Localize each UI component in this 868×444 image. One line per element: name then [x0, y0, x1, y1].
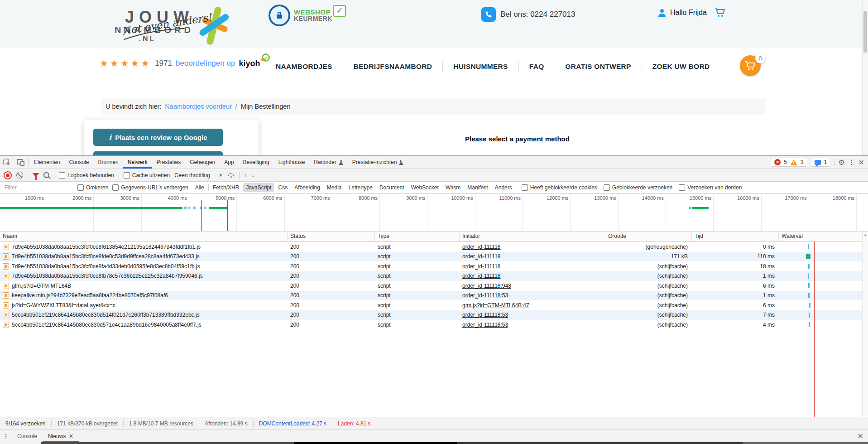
devtools-tab-console[interactable]: Console — [64, 156, 93, 169]
devtools-tab-geheugen[interactable]: Geheugen — [185, 156, 220, 169]
table-scrollbar[interactable]: ▲ — [862, 232, 868, 417]
record-network-log-icon[interactable] — [4, 171, 12, 179]
table-row[interactable]: js?id=G-WYWZXLTT83&l=dataLayer&cx=c200sc… — [0, 300, 868, 310]
request-name[interactable]: gtm.js?id=GTM-MTL64B — [0, 281, 288, 291]
devtools-tab-elementen[interactable]: Elementen — [29, 156, 64, 169]
initiator-link[interactable]: order_id-111118:948 — [462, 283, 511, 289]
filter-chip-css[interactable]: Css — [275, 183, 290, 192]
issues-badge-group[interactable]: ✕ 5 3 — [771, 158, 807, 167]
account-greeting[interactable]: Hallo Frijda — [657, 8, 707, 17]
request-name[interactable]: 5ecc4bb501ef219c864145b80ec830d514f021d7… — [0, 310, 288, 320]
settings-gear-icon[interactable]: ⚙ — [838, 158, 844, 167]
table-row[interactable]: 5ecc4bb501ef219c864145b80ec830d514f021d7… — [0, 310, 868, 320]
initiator-link[interactable]: order_id-111118 — [462, 244, 501, 250]
inspect-element-icon[interactable] — [0, 156, 14, 169]
network-conditions-icon[interactable] — [227, 173, 235, 178]
export-har-icon[interactable]: ↓ — [251, 171, 254, 178]
preserve-log-checkbox[interactable] — [59, 172, 65, 179]
initiator-link[interactable]: order_id-111118:53 — [462, 312, 508, 318]
hide-data-urls-option[interactable]: Gegevens-URL's verbergen — [112, 184, 188, 191]
column-header-naam[interactable]: Naam — [0, 232, 288, 241]
column-header-initiator[interactable]: Initiator — [460, 232, 605, 241]
table-row[interactable]: keepalive.min.js?94b7329e7ead5aa8faa224b… — [0, 291, 868, 301]
request-name[interactable]: 7d9e4b551038da0b8aa15bc3fcf0ce8fde0c53d9… — [0, 252, 288, 262]
menu-item-gratis-ontwerp[interactable]: GRATIS ONTWERP — [555, 61, 642, 72]
filter-chip-lettertype[interactable]: Lettertype — [346, 183, 375, 192]
drawer-tab-nieuws[interactable]: Nieuws ✕ — [43, 430, 79, 442]
invert-filter-option[interactable]: Omkeren — [77, 184, 108, 191]
devtools-tab-prestatie-inzichten[interactable]: Prestatie-inzichten — [348, 156, 408, 169]
request-name[interactable]: keepalive.min.js?94b7329e7ead5aa8faa224b… — [0, 291, 288, 301]
request-name[interactable]: 7d9e4b551038da0b8aa15bc3fcf0ce8f613854e2… — [0, 242, 288, 252]
column-header-grootte[interactable]: Grootte — [605, 232, 692, 241]
devtools-tab-recorder[interactable]: Recorder — [309, 156, 347, 169]
table-row[interactable]: 7d9e4b551038da0b8aa15bc3fcf0ce8fde0c53d9… — [0, 252, 868, 262]
filter-funnel-icon[interactable] — [33, 173, 39, 177]
filter-check-geblokkeerde-verzoeken[interactable]: Geblokkeerde verzoeken — [604, 184, 672, 191]
table-row[interactable]: 5ecc4bb501ef219c864145b80ec830d571e4c1aa… — [0, 320, 868, 330]
filter-check-verzoeken-van-derden[interactable]: Verzoeken van derden — [679, 184, 742, 191]
breadcrumb-link[interactable]: Naambordjes voordeur — [165, 103, 232, 110]
filter-chip-wasm[interactable]: Wasm — [443, 183, 464, 192]
hide-data-urls-checkbox[interactable] — [112, 184, 119, 191]
drawer-close-icon[interactable]: ✕ — [858, 430, 868, 442]
devtools-tab-lighthouse[interactable]: Lighthouse — [274, 156, 310, 169]
devtools-tab-beveiliging[interactable]: Beveiliging — [239, 156, 274, 169]
request-name[interactable]: 5ecc4bb501ef219c864145b80ec830d571e4c1aa… — [0, 320, 288, 330]
initiator-link[interactable]: order_id-111118:53 — [462, 322, 508, 328]
search-icon[interactable] — [43, 172, 49, 178]
menu-item-naambordjes[interactable]: NAAMBORDJES — [265, 61, 343, 72]
devtools-tab-app[interactable]: App — [220, 156, 238, 169]
import-har-icon[interactable]: ↑ — [244, 171, 247, 178]
menu-item-zoek-uw-bord[interactable]: ZOEK UW BORD — [642, 61, 720, 72]
filter-chip-javascript[interactable]: JavaScript — [243, 183, 274, 192]
devtools-tab-netwerk[interactable]: Netwerk — [123, 156, 152, 169]
column-header-waterval[interactable]: Waterval — [779, 232, 868, 241]
filter-check-heeft-geblokkeerde-cookies[interactable]: Heeft geblokkeerde cookies — [522, 184, 597, 191]
clear-network-log-icon[interactable] — [16, 172, 23, 179]
request-name[interactable]: js?id=G-WYWZXLTT83&l=dataLayer&cx=c — [0, 300, 288, 310]
phone-contact[interactable]: Bel ons: 0224 227013 — [481, 7, 575, 22]
throttling-select[interactable]: Geen throttling ▼ — [174, 172, 223, 179]
page-scrollbar-thumb[interactable] — [863, 11, 867, 53]
column-header-type[interactable]: Type — [375, 232, 460, 241]
filter-chip-media[interactable]: Media — [324, 183, 345, 192]
filter-chip-alle[interactable]: Alle — [192, 183, 207, 192]
checkbox[interactable] — [679, 184, 685, 191]
initiator-link[interactable]: order_id-111118 — [462, 273, 501, 279]
webshop-keurmerk-badge[interactable]: WEBSHOP KEURMERK ✓ — [269, 5, 346, 26]
initiator-link[interactable]: order_id-111118:53 — [462, 292, 508, 299]
filter-chip-websocket[interactable]: WebSocket — [408, 183, 441, 192]
invert-checkbox[interactable] — [77, 184, 84, 191]
filter-chip-manifest[interactable]: Manifest — [465, 183, 490, 192]
checkbox[interactable] — [604, 184, 610, 191]
devtools-tab-prestaties[interactable]: Prestaties — [152, 156, 185, 169]
close-icon[interactable]: ✕ — [68, 433, 73, 439]
devtools-tab-bronnen[interactable]: Bronnen — [93, 156, 123, 169]
review-popup-second-button[interactable] — [93, 151, 223, 155]
filter-chip-afbeelding[interactable]: Afbeelding — [292, 183, 323, 192]
menu-item-bedrijfsnaambord[interactable]: BEDRIJFSNAAMBORD — [343, 61, 443, 72]
filter-chip-document[interactable]: Document — [377, 183, 407, 192]
devtools-close-icon[interactable]: ✕ — [858, 158, 864, 167]
menu-item-faq[interactable]: FAQ — [518, 61, 555, 72]
initiator-link[interactable]: order_id-111118 — [462, 263, 501, 270]
disable-cache-option[interactable]: Cache uitzetten — [124, 172, 170, 179]
table-row[interactable]: 7d9e4b551038da0b8aa15bc3fcf0ce8f613854e2… — [0, 242, 868, 252]
checkbox[interactable] — [522, 184, 528, 191]
filter-chip-fetch-xhr[interactable]: Fetch/XHR — [210, 183, 242, 192]
more-options-icon[interactable]: ⋮ — [849, 159, 855, 166]
device-toolbar-icon[interactable] — [14, 156, 27, 169]
reviews-summary[interactable]: ★★★★★ 1971 beoordelingen op kiyoh ✓ — [100, 58, 269, 69]
menu-item-huisnummers[interactable]: HUISNUMMERS — [442, 61, 518, 72]
preserve-log-option[interactable]: Logboek behouden — [59, 172, 114, 179]
filter-chip-anders[interactable]: Anders — [492, 183, 515, 192]
header-cart-icon[interactable] — [715, 7, 725, 19]
table-row[interactable]: 7d9e4b551038da0b8aa15bc3fcf0ce8fb78c57c3… — [0, 271, 868, 281]
scrollbar-up-arrow[interactable]: ▲ — [863, 233, 868, 237]
column-header-status[interactable]: Status — [288, 232, 375, 241]
filter-input[interactable] — [4, 184, 73, 191]
column-header-tijd[interactable]: Tijd — [692, 232, 779, 241]
table-row[interactable]: gtm.js?id=GTM-MTL64B200scriptorder_id-11… — [0, 281, 868, 291]
google-review-button[interactable]: i Plaats een review op Google — [93, 129, 223, 146]
